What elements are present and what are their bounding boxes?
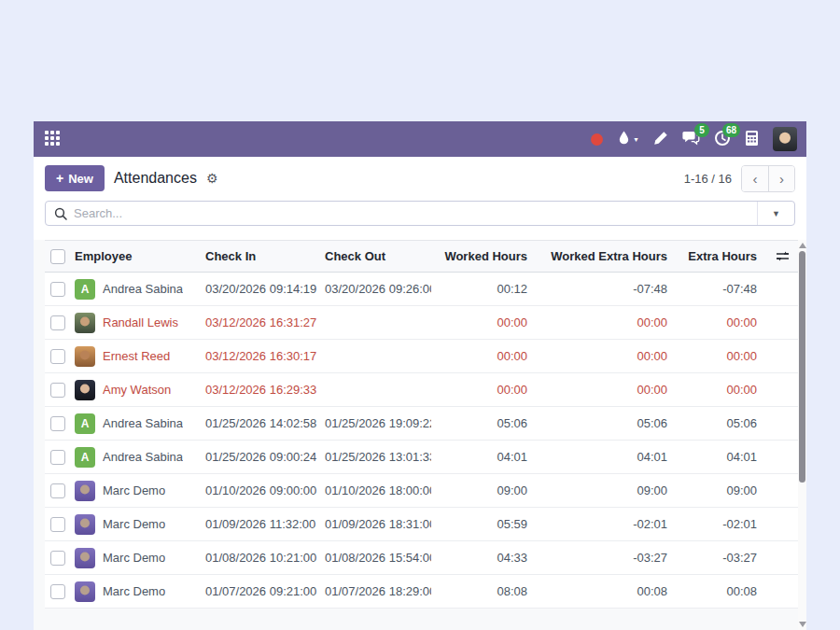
table-header-row: Employee Check In Check Out Worked Hours… <box>45 240 798 273</box>
column-header-worked-extra-hours[interactable]: Worked Extra Hours <box>537 249 677 263</box>
calculator-button[interactable] <box>745 130 759 149</box>
pager-previous-button[interactable]: ‹ <box>742 166 768 191</box>
table-row[interactable]: AAndrea Sabina03/20/2026 09:14:1903/20/2… <box>45 273 798 306</box>
row-checkbox[interactable] <box>50 383 65 398</box>
avatar-face <box>80 350 90 359</box>
check-in-cell: 03/20/2026 09:14:19 <box>202 282 321 296</box>
worked-extra-hours-cell: 00:00 <box>537 383 677 397</box>
check-in-cell: 01/10/2026 09:00:00 <box>202 483 321 497</box>
worked-extra-hours-cell: -02:01 <box>537 517 677 531</box>
messages-button[interactable]: 5 <box>682 130 700 148</box>
app-window: ▼ 5 <box>34 121 806 630</box>
activities-badge: 68 <box>722 123 740 137</box>
row-checkbox[interactable] <box>50 551 65 566</box>
search-row: ▼ <box>34 200 806 240</box>
scrollbar-thumb[interactable] <box>799 251 805 483</box>
row-select-cell <box>45 483 71 498</box>
page-title: Attendances <box>114 170 197 187</box>
employee-cell: Marc Demo <box>71 548 202 568</box>
row-checkbox[interactable] <box>50 450 65 465</box>
pager-next-button[interactable]: › <box>768 166 794 191</box>
row-checkbox[interactable] <box>50 517 65 532</box>
worked-extra-hours-cell: 00:08 <box>537 584 677 598</box>
messages-badge: 5 <box>694 123 709 137</box>
edit-pencil-button[interactable] <box>653 131 668 148</box>
employee-avatar: A <box>75 413 95 434</box>
employee-name: Andrea Sabina <box>103 450 183 464</box>
employee-name: Andrea Sabina <box>103 416 183 430</box>
employee-name: Marc Demo <box>103 551 165 565</box>
search-input[interactable] <box>74 206 757 220</box>
employee-cell: AAndrea Sabina <box>71 279 202 300</box>
extra-hours-cell: 00:00 <box>677 349 766 363</box>
table-row[interactable]: Amy Watson03/12/2026 16:29:3300:0000:000… <box>45 373 798 407</box>
table-row[interactable]: Ernest Reed03/12/2026 16:30:1700:0000:00… <box>45 340 798 373</box>
select-all-checkbox[interactable] <box>50 249 65 264</box>
column-settings-sliders-icon[interactable] <box>776 250 790 262</box>
extra-hours-cell: 00:00 <box>677 315 766 329</box>
worked-extra-hours-cell: 05:06 <box>537 416 677 430</box>
table-row[interactable]: AAndrea Sabina01/25/2026 14:02:5801/25/2… <box>45 407 798 441</box>
row-checkbox[interactable] <box>50 315 65 330</box>
apps-menu-button[interactable] <box>45 131 62 147</box>
table-row[interactable]: Marc Demo01/07/2026 09:21:0001/07/2026 1… <box>45 575 798 609</box>
avatar-face <box>779 133 791 144</box>
row-checkbox[interactable] <box>50 282 65 297</box>
employee-name: Marc Demo <box>103 584 165 598</box>
optional-columns-cell <box>766 250 798 262</box>
worked-extra-hours-cell: -03:27 <box>537 551 677 565</box>
table-area: Employee Check In Check Out Worked Hours… <box>34 240 806 630</box>
table-row[interactable]: Marc Demo01/10/2026 09:00:0001/10/2026 1… <box>45 474 798 508</box>
row-checkbox[interactable] <box>50 483 65 498</box>
new-button[interactable]: + New <box>45 165 105 191</box>
employee-name: Andrea Sabina <box>103 282 183 296</box>
worked-hours-cell: 05:06 <box>431 416 537 430</box>
worked-hours-cell: 05:59 <box>431 517 537 531</box>
check-in-cell: 01/25/2026 09:00:24 <box>202 450 321 464</box>
worked-hours-cell: 00:12 <box>431 282 537 296</box>
search-bar[interactable]: ▼ <box>45 201 795 226</box>
worked-hours-cell: 04:01 <box>431 450 537 464</box>
row-checkbox[interactable] <box>50 349 65 364</box>
employee-avatar <box>75 313 95 333</box>
row-checkbox[interactable] <box>50 584 65 599</box>
table-row[interactable]: Marc Demo01/09/2026 11:32:0001/09/2026 1… <box>45 508 798 541</box>
column-header-worked-hours[interactable]: Worked Hours <box>431 249 537 263</box>
check-in-cell: 01/08/2026 10:21:00 <box>202 551 321 565</box>
chevron-down-icon: ▼ <box>633 136 639 143</box>
vertical-scrollbar[interactable] <box>798 240 806 630</box>
recording-indicator-dot <box>591 133 603 146</box>
column-header-extra-hours[interactable]: Extra Hours <box>677 249 766 263</box>
employee-cell: AAndrea Sabina <box>71 413 202 434</box>
extra-hours-cell: 05:06 <box>677 416 766 430</box>
worked-hours-cell: 08:08 <box>431 584 537 598</box>
droplet-icon <box>617 130 631 148</box>
employee-avatar <box>75 581 95 602</box>
pager-range: 1-16 / 16 <box>684 172 732 186</box>
column-header-employee[interactable]: Employee <box>71 249 202 263</box>
table-row[interactable]: Marc Demo01/08/2026 10:21:0001/08/2026 1… <box>45 541 798 575</box>
search-dropdown-toggle[interactable]: ▼ <box>757 202 794 225</box>
attendance-table: Employee Check In Check Out Worked Hours… <box>45 240 798 609</box>
view-settings-gear-icon[interactable]: ⚙ <box>206 172 218 185</box>
activities-button[interactable]: 68 <box>714 130 731 149</box>
employee-name: Randall Lewis <box>103 315 178 329</box>
table-row[interactable]: Randall Lewis03/12/2026 16:31:2700:0000:… <box>45 306 798 340</box>
row-checkbox[interactable] <box>50 416 65 431</box>
row-select-cell <box>45 517 71 532</box>
row-select-cell <box>45 584 71 599</box>
column-header-check-in[interactable]: Check In <box>202 249 321 263</box>
employee-cell: Marc Demo <box>71 481 202 501</box>
new-button-label: New <box>68 172 93 186</box>
table-row[interactable]: AAndrea Sabina01/25/2026 09:00:2401/25/2… <box>45 441 798 474</box>
row-select-cell <box>45 315 71 330</box>
avatar-face <box>80 316 90 326</box>
worked-hours-cell: 09:00 <box>431 483 537 497</box>
scroll-up-arrow-icon[interactable] <box>799 243 806 248</box>
user-avatar[interactable] <box>773 127 797 151</box>
column-header-check-out[interactable]: Check Out <box>321 249 431 263</box>
droplet-dropdown-button[interactable]: ▼ <box>617 130 639 148</box>
avatar-face <box>80 384 90 393</box>
scroll-down-arrow-icon[interactable] <box>799 622 806 627</box>
check-in-cell: 03/12/2026 16:31:27 <box>202 315 321 329</box>
